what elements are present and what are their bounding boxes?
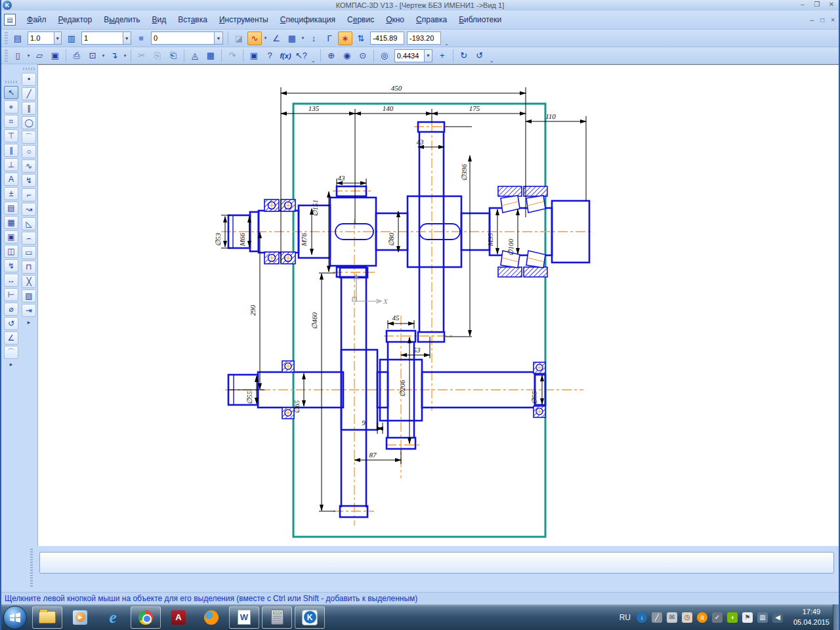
- polygon-tool-icon[interactable]: ⊓: [22, 261, 36, 274]
- zoom-frame-icon[interactable]: ◉: [340, 49, 354, 62]
- coord-y-field[interactable]: -193.20: [407, 32, 441, 45]
- rebuild-icon[interactable]: ↺: [472, 49, 487, 62]
- mail-icon[interactable]: ✉: [667, 612, 677, 623]
- taskbar-kompas-button[interactable]: K: [295, 606, 325, 629]
- toolbar-grip[interactable]: [5, 50, 8, 62]
- palette-more-button[interactable]: ▸: [10, 361, 13, 368]
- menu-вставка[interactable]: Вставка: [172, 12, 213, 27]
- palette-more-button[interactable]: ▸: [28, 319, 31, 326]
- child-restore-button[interactable]: □: [820, 16, 824, 24]
- dim-radius-tool-icon[interactable]: ↺: [4, 317, 18, 330]
- zoom-combo-dropdown[interactable]: ▼: [424, 50, 432, 62]
- update-icon[interactable]: ↓: [637, 612, 647, 623]
- select-tool-icon[interactable]: ↖: [4, 86, 18, 99]
- current-style-combo-input[interactable]: [152, 32, 214, 44]
- spline-tool-icon[interactable]: ∿: [22, 159, 36, 173]
- menu-библиотеки[interactable]: Библиотеки: [453, 12, 507, 27]
- grid-tool-icon[interactable]: ⌗: [4, 115, 18, 128]
- angle-snap-icon[interactable]: ∠: [269, 32, 284, 45]
- panel-layer-tool-icon[interactable]: ▣: [4, 230, 18, 243]
- roundoff-snap-icon[interactable]: ∗: [338, 32, 352, 45]
- arc-tool-icon[interactable]: ⌒: [22, 131, 36, 144]
- palette-grip[interactable]: [23, 68, 35, 70]
- menu-инструменты[interactable]: Инструменты: [213, 12, 274, 27]
- phantom-view-icon[interactable]: ◪: [232, 32, 246, 45]
- property-bar-field[interactable]: [39, 552, 834, 574]
- paste-icon[interactable]: ⎗: [166, 49, 180, 62]
- minimize-button[interactable]: –: [798, 1, 807, 8]
- input-tool-icon[interactable]: ⇥: [22, 304, 36, 317]
- flag-icon[interactable]: ⚑: [742, 612, 753, 623]
- zoom-combo-input[interactable]: [395, 50, 424, 62]
- copy-icon[interactable]: ⎘: [150, 49, 165, 62]
- polyline-tool-icon[interactable]: ⌐: [22, 188, 36, 201]
- taskbar-chrome-button[interactable]: [131, 606, 161, 629]
- current-layer-combo-dropdown[interactable]: ▼: [123, 32, 131, 44]
- current-layer-combo[interactable]: ▼: [81, 32, 131, 45]
- plus-minus-tool-icon[interactable]: ±: [4, 187, 18, 200]
- volume-icon[interactable]: ◀: [772, 612, 783, 623]
- child-minimize-button[interactable]: –: [810, 16, 814, 24]
- hatch-tool-icon[interactable]: ▨: [22, 289, 36, 303]
- grid-icon[interactable]: ▦: [285, 32, 299, 45]
- ortho-mode-icon[interactable]: Γ: [322, 32, 337, 45]
- network-icon[interactable]: ▥: [757, 612, 768, 623]
- taskbar-acrobat-button[interactable]: A: [163, 606, 194, 629]
- current-style-combo[interactable]: ▼: [151, 32, 223, 45]
- nvidia-icon[interactable]: ◖: [727, 612, 738, 623]
- circle-tool-icon[interactable]: ◯: [22, 116, 36, 129]
- grid-icon-caret[interactable]: ▾: [300, 35, 306, 41]
- menu-вид[interactable]: Вид: [146, 12, 173, 27]
- menu-спецификация[interactable]: Спецификация: [274, 12, 341, 27]
- show-desktop-button[interactable]: [833, 604, 839, 630]
- usb-icon[interactable]: ✓: [712, 612, 723, 623]
- fillet-tool-icon[interactable]: ⌢: [22, 232, 36, 245]
- current-step-combo-input[interactable]: [28, 32, 54, 44]
- dim-linear-tool-icon[interactable]: ↔: [4, 274, 18, 287]
- restore-button[interactable]: ❐: [812, 1, 822, 8]
- segment-tool-icon[interactable]: ╱: [22, 87, 36, 100]
- edit-tool-icon[interactable]: ⊤: [4, 129, 18, 142]
- taskbar-firefox-button[interactable]: [196, 606, 226, 629]
- panel-table-tool-icon[interactable]: ▦: [4, 216, 18, 229]
- menu-справка[interactable]: Справка: [410, 12, 453, 27]
- toolbar-overflow-chevron[interactable]: ⌄: [444, 41, 449, 47]
- open-document-icon[interactable]: ▱: [32, 49, 47, 62]
- palette-grip[interactable]: [5, 81, 17, 83]
- menu-окно[interactable]: Окно: [380, 12, 410, 27]
- taskbar-word-button[interactable]: W: [229, 606, 259, 629]
- geometry-calc-tool-icon[interactable]: ⌖: [4, 100, 18, 114]
- insert-view-icon-caret[interactable]: ▾: [122, 53, 128, 58]
- print-icon[interactable]: ⎙: [70, 49, 84, 62]
- close-button[interactable]: ✕: [827, 1, 836, 8]
- dim-offset-tool-icon[interactable]: ⊢: [4, 288, 18, 301]
- dim-angle-tool-icon[interactable]: ∠: [4, 331, 18, 345]
- child-close-button[interactable]: ×: [831, 16, 835, 24]
- panel-save-tool-icon[interactable]: ▤: [4, 201, 18, 215]
- lower-shaft[interactable]: [228, 268, 545, 517]
- taskbar-internet-explorer-button[interactable]: e: [98, 606, 128, 629]
- menu-сервис[interactable]: Сервис: [341, 12, 380, 27]
- copy-properties-icon[interactable]: ◬: [188, 49, 202, 62]
- toolbar-overflow-chevron[interactable]: ⌄: [490, 58, 494, 64]
- toolbar-overflow-chevron[interactable]: ⌄: [311, 58, 316, 64]
- language-indicator[interactable]: RU: [620, 613, 631, 622]
- menu-файл[interactable]: Файл: [21, 12, 52, 27]
- current-style-combo-dropdown[interactable]: ▼: [214, 32, 222, 44]
- parallel-lines-tool-icon[interactable]: ∥: [22, 102, 36, 115]
- current-layer-combo-input[interactable]: [82, 32, 123, 44]
- text-tool-icon[interactable]: Α: [4, 173, 18, 186]
- menu-редактор[interactable]: Редактор: [52, 12, 98, 27]
- taskbar-calculator-button[interactable]: [262, 606, 292, 629]
- new-document-icon[interactable]: ▯: [10, 49, 25, 62]
- ellipse-tool-icon[interactable]: ○: [22, 145, 36, 158]
- insert-view-icon[interactable]: ↴: [107, 49, 121, 62]
- pan-icon[interactable]: +: [435, 49, 450, 62]
- line-styles-icon[interactable]: ≡: [134, 32, 148, 45]
- zoom-combo[interactable]: ▼: [394, 49, 432, 62]
- dim-diameter-tool-icon[interactable]: ⌀: [4, 303, 18, 316]
- snap-magnet-icon-caret[interactable]: ▾: [262, 35, 268, 41]
- help-book-icon[interactable]: ?: [262, 49, 277, 62]
- drawing-canvas[interactable]: 4501351401751104343∅396∅151M76M66∅53∅80M…: [37, 64, 840, 546]
- avira-icon[interactable]: a: [697, 612, 707, 623]
